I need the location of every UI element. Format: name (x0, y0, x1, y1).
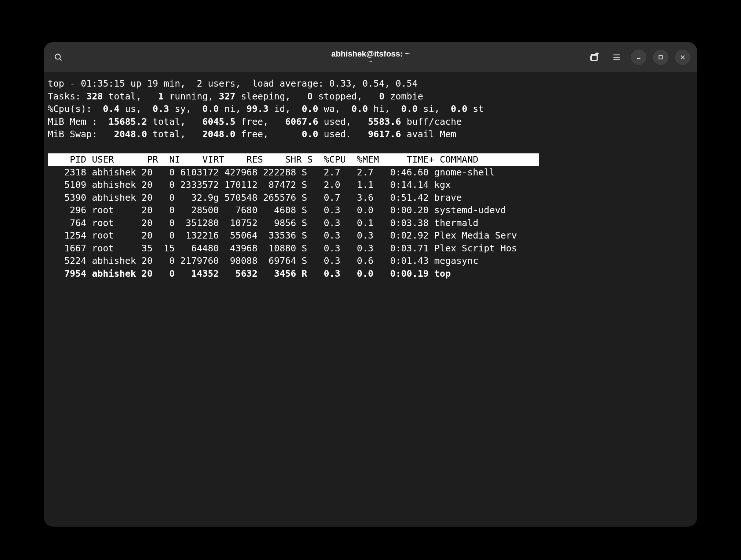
process-row: 764 root 20 0 351280 10752 9856 S 0.3 0.… (48, 217, 693, 230)
svg-rect-12 (659, 55, 662, 59)
blank-line (48, 141, 693, 154)
window-title: abhishek@itsfoss: ~ (331, 49, 410, 59)
top-summary-line: top - 01:35:15 up 19 min, 2 users, load … (48, 77, 693, 90)
process-row: 1667 root 35 15 64480 43968 10880 S 0.3 … (48, 242, 693, 255)
top-swap-line: MiB Swap: 2048.0 total, 2048.0 free, 0.0… (48, 128, 693, 141)
process-header-row: PID USER PR NI VIRT RES SHR S %CPU %MEM … (48, 153, 693, 166)
process-row: 5390 abhishek 20 0 32.9g 570548 265576 S… (48, 192, 693, 204)
process-row: 2318 abhishek 20 0 6103172 427968 222288… (48, 166, 693, 179)
terminal-content[interactable]: top - 01:35:15 up 19 min, 2 users, load … (44, 72, 697, 527)
process-row: 1254 root 20 0 132216 55064 33536 S 0.3 … (48, 229, 693, 242)
svg-point-0 (55, 54, 60, 59)
process-row: 5109 abhishek 20 0 2333572 170112 87472 … (48, 179, 693, 192)
maximize-button[interactable] (653, 50, 668, 65)
process-row: 7954 abhishek 20 0 14352 5632 3456 R 0.3… (48, 268, 693, 280)
top-tasks-line: Tasks: 328 total, 1 running, 327 sleepin… (48, 90, 693, 103)
minimize-button[interactable] (631, 50, 646, 65)
process-row: 5224 abhishek 20 0 2179760 98088 69764 S… (48, 255, 693, 268)
titlebar: abhishek@itsfoss: ~ ~ (44, 42, 697, 72)
top-cpu-line: %Cpu(s): 0.4 us, 0.3 sy, 0.0 ni, 99.3 id… (48, 103, 693, 116)
new-tab-icon[interactable] (587, 50, 602, 65)
search-icon[interactable] (51, 50, 66, 65)
close-button[interactable] (675, 50, 690, 65)
process-row: 296 root 20 0 28500 7680 4608 S 0.3 0.0 … (48, 204, 693, 217)
terminal-window: abhishek@itsfoss: ~ ~ top - 01:35:15 up … (44, 42, 697, 527)
hamburger-menu-icon[interactable] (609, 50, 624, 65)
svg-line-1 (59, 58, 61, 60)
window-subtitle: ~ (331, 58, 410, 65)
top-mem-line: MiB Mem : 15685.2 total, 6045.5 free, 60… (48, 116, 693, 128)
